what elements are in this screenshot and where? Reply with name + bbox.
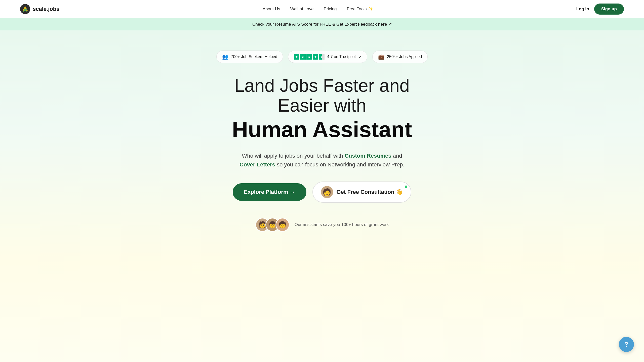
hero-title-line1: Land Jobs Faster and Easier with bbox=[209, 76, 435, 115]
people-icon: 👥 bbox=[222, 54, 228, 60]
assistants-text: Our assistants save you 100+ hours of gr… bbox=[295, 222, 389, 227]
stat-trustpilot[interactable]: ★ ★ ★ ★ ★ 4.7 on Trustpilot ↗ bbox=[288, 51, 367, 63]
nav-pricing[interactable]: Pricing bbox=[324, 7, 337, 11]
online-indicator bbox=[404, 185, 408, 189]
nav-free-tools[interactable]: Free Tools ✨ bbox=[347, 7, 373, 11]
job-seekers-text: 700+ Job Seekers Helped bbox=[231, 55, 277, 59]
star-5: ★ bbox=[319, 54, 325, 60]
stat-jobs-applied: 💼 250k+ Jobs Applied bbox=[372, 51, 428, 63]
assistant-avatar-3: 🧒 bbox=[275, 218, 290, 232]
nav-auth: Log in Sign up bbox=[576, 4, 624, 15]
star-1: ★ bbox=[294, 54, 299, 60]
nav-links: About Us Wall of Love Pricing Free Tools… bbox=[263, 6, 373, 12]
subtitle-cover-letters: Cover Letters bbox=[239, 161, 275, 168]
explore-platform-button[interactable]: Explore Platform → bbox=[233, 183, 306, 201]
nav-wall-of-love[interactable]: Wall of Love bbox=[290, 7, 314, 11]
login-button[interactable]: Log in bbox=[576, 7, 589, 12]
star-4: ★ bbox=[313, 54, 318, 60]
jobs-applied-text: 250k+ Jobs Applied bbox=[387, 55, 422, 59]
nav-about-us[interactable]: About Us bbox=[263, 7, 280, 11]
subtitle-after: so you can focus on Networking and Inter… bbox=[275, 161, 405, 168]
logo-icon bbox=[20, 4, 30, 14]
hero-section: 👥 700+ Job Seekers Helped ★ ★ ★ ★ ★ 4.7 … bbox=[0, 30, 644, 362]
trustpilot-stars: ★ ★ ★ ★ ★ bbox=[294, 54, 325, 60]
briefcase-icon: 💼 bbox=[378, 54, 384, 60]
subtitle-middle: and bbox=[391, 153, 402, 159]
trustpilot-rating: 4.7 on Trustpilot bbox=[327, 55, 356, 59]
logo[interactable]: scale.jobs bbox=[20, 4, 59, 14]
get-consultation-button[interactable]: 🧑 Get Free Consultation 👋 bbox=[312, 182, 411, 203]
hero-subtitle: Who will apply to jobs on your behalf wi… bbox=[234, 151, 410, 169]
star-2: ★ bbox=[300, 54, 306, 60]
hero-title-line2: Human Assistant bbox=[209, 118, 435, 141]
cta-row: Explore Platform → 🧑 Get Free Consultati… bbox=[233, 182, 411, 203]
banner-link[interactable]: here ↗ bbox=[378, 22, 392, 27]
star-3: ★ bbox=[306, 54, 312, 60]
stats-row: 👥 700+ Job Seekers Helped ★ ★ ★ ★ ★ 4.7 … bbox=[216, 51, 428, 63]
stat-job-seekers: 👥 700+ Job Seekers Helped bbox=[216, 51, 283, 63]
assistants-row: 🧑 👦 🧒 Our assistants save you 100+ hours… bbox=[255, 218, 389, 232]
help-button[interactable]: ? bbox=[619, 337, 634, 352]
subtitle-before: Who will apply to jobs on your behalf wi… bbox=[242, 153, 344, 159]
svg-rect-2 bbox=[24, 9, 27, 10]
consultation-label: Get Free Consultation 👋 bbox=[337, 189, 403, 195]
navbar: scale.jobs About Us Wall of Love Pricing… bbox=[0, 0, 644, 18]
banner-text: Check your Resume ATS Score for FREE & G… bbox=[252, 22, 378, 27]
announcement-banner: Check your Resume ATS Score for FREE & G… bbox=[0, 18, 644, 30]
consultant-avatar: 🧑 bbox=[321, 186, 333, 198]
signup-button[interactable]: Sign up bbox=[594, 4, 624, 15]
external-link-icon: ↗ bbox=[358, 55, 361, 59]
hero-title: Land Jobs Faster and Easier with Human A… bbox=[209, 76, 435, 151]
logo-text: scale.jobs bbox=[33, 6, 59, 12]
subtitle-custom-resumes: Custom Resumes bbox=[345, 153, 391, 159]
